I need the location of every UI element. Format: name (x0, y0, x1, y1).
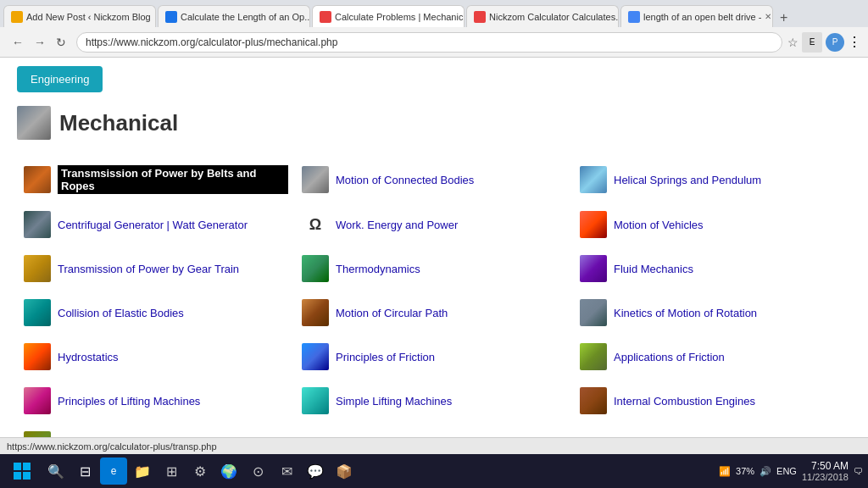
topic-item-12[interactable]: Kinetics of Motion of Rotation (573, 291, 851, 335)
tab-label-5: length of an open belt drive - (643, 12, 761, 22)
topic-label-9: Fluid Mechanics (614, 263, 693, 275)
topic-item-13[interactable]: Hydrostatics (17, 335, 295, 379)
topic-label-3: Helical Springs and Pendulum (614, 174, 761, 186)
back-button[interactable]: ← (7, 34, 29, 51)
battery-text: 37% (736, 466, 754, 476)
topic-item-9[interactable]: Fluid Mechanics (573, 247, 851, 291)
topic-thumb-14 (302, 343, 329, 370)
topic-item-16[interactable]: Principles of Lifting Machines (17, 379, 295, 423)
topic-item-6[interactable]: Motion of Vehicles (573, 202, 851, 247)
profile-avatar[interactable]: P (826, 33, 844, 52)
chat-icon[interactable]: 💬 (302, 458, 329, 485)
topic-item-2[interactable]: Motion of Connected Bodies (295, 157, 573, 202)
status-url-bar: https://www.nickzom.org/calculator-plus/… (0, 437, 868, 454)
refresh-button[interactable]: ↻ (51, 34, 71, 51)
topic-thumb-13 (24, 343, 51, 370)
topic-thumb-7 (24, 255, 51, 282)
settings-taskbar-icon[interactable]: ⚙ (186, 458, 214, 485)
edge-icon[interactable]: e (100, 458, 127, 485)
new-tab-button[interactable]: + (775, 10, 793, 25)
topic-thumb-6 (580, 211, 607, 238)
topic-item-19[interactable]: Vehicle Dynamics (17, 423, 295, 437)
extension-icon[interactable]: E (802, 32, 822, 53)
topic-thumb-1 (24, 166, 51, 193)
topic-thumb-18 (580, 387, 607, 414)
topic-label-14: Principles of Friction (336, 351, 435, 363)
tab-bar: Add New Post ‹ Nickzom Blog ✕ Calculate … (0, 0, 868, 27)
topic-label-12: Kinetics of Motion of Rotation (614, 307, 757, 319)
circle-icon[interactable]: ⊙ (244, 458, 271, 485)
tab-close-1[interactable]: ✕ (154, 12, 156, 21)
tab-close-5[interactable]: ✕ (765, 12, 771, 21)
nav-bar: ← → ↻ ☆ E P ⋮ (0, 27, 868, 58)
page-header: Mechanical (17, 106, 851, 140)
page-content: Engineering Mechanical Transmsission of … (0, 58, 868, 437)
taskbar: 🔍 ⊟ e 📁 ⊞ ⚙ 🌍 ⊙ ✉ 💬 📦 📶 37% 🔊 ENG 7:50 A… (0, 454, 868, 488)
topic-item-14[interactable]: Principles of Friction (295, 335, 573, 379)
page-inner: Engineering Mechanical Transmsission of … (0, 58, 868, 437)
topic-label-15: Applications of Friction (614, 351, 725, 363)
page-icon (17, 106, 51, 140)
topic-thumb-3 (580, 166, 607, 193)
browser-chrome: Add New Post ‹ Nickzom Blog ✕ Calculate … (0, 0, 868, 58)
nav-right: ☆ E P ⋮ (787, 32, 861, 53)
svg-rect-1 (23, 463, 31, 470)
topic-item-5[interactable]: Ω Work. Energy and Power (295, 202, 573, 247)
topic-thumb-4 (24, 211, 51, 238)
mail-icon[interactable]: ✉ (273, 458, 300, 485)
grid-icon[interactable]: ⊞ (158, 458, 185, 485)
clock: 7:50 AM 11/23/2018 (802, 460, 849, 482)
tab-label-4: Nickzom Calculator Calculates... (489, 12, 619, 22)
store-icon[interactable]: 📦 (331, 458, 358, 485)
taskview-icon[interactable]: ⊟ (71, 458, 98, 485)
svg-rect-3 (23, 472, 31, 480)
star-icon[interactable]: ☆ (787, 36, 798, 49)
file-icon[interactable]: 📁 (129, 458, 156, 485)
topic-item-10[interactable]: Collision of Elastic Bodies (17, 291, 295, 335)
taskbar-icons: 🔍 ⊟ e 📁 ⊞ ⚙ 🌍 ⊙ ✉ 💬 📦 (42, 458, 358, 485)
topic-item-18[interactable]: Internal Combustion Engines (573, 379, 851, 423)
menu-icon[interactable]: ⋮ (848, 34, 861, 50)
topic-item-7[interactable]: Transmission of Power by Gear Train (17, 247, 295, 291)
topic-thumb-16 (24, 387, 51, 414)
engineering-btn[interactable]: Engineering (17, 66, 103, 92)
topic-thumb-17 (302, 387, 329, 414)
topic-item-17[interactable]: Simple Lifting Machines (295, 379, 573, 423)
topic-label-13: Hydrostatics (58, 351, 119, 363)
start-button[interactable] (5, 458, 39, 485)
forward-button[interactable]: → (29, 34, 51, 51)
notification-icon[interactable]: 🗨 (854, 466, 863, 476)
topic-item-11[interactable]: Motion of Circular Path (295, 291, 573, 335)
topic-item-15[interactable]: Applications of Friction (573, 335, 851, 379)
page-title: Mechanical (59, 110, 178, 136)
topics-grid: Transmsission of Power by Belts and Rope… (17, 157, 851, 437)
tab-4[interactable]: Nickzom Calculator Calculates... ✕ (466, 5, 619, 27)
topic-label-16: Principles of Lifting Machines (58, 395, 200, 408)
tab-2[interactable]: Calculate the Length of an Op... ✕ (158, 5, 310, 27)
topic-item-3[interactable]: Helical Springs and Pendulum (573, 157, 851, 202)
topic-label-7: Transmission of Power by Gear Train (58, 263, 239, 275)
tab-5[interactable]: length of an open belt drive - ✕ (620, 5, 773, 27)
topic-label-4: Centrifugal Generator | Watt Generator (58, 219, 248, 231)
topic-label-10: Collision of Elastic Bodies (58, 307, 184, 319)
tab-label-2: Calculate the Length of an Op... (181, 12, 310, 22)
topic-item-1[interactable]: Transmsission of Power by Belts and Rope… (17, 157, 295, 202)
topic-label-11: Motion of Circular Path (336, 307, 448, 319)
lang-text: ENG (776, 466, 797, 476)
address-input[interactable] (76, 32, 782, 53)
tab-label-3: Calculate Problems | Mechanic... (335, 12, 465, 22)
topic-thumb-2 (302, 166, 329, 193)
topic-item-8[interactable]: Thermodynamics (295, 247, 573, 291)
tab-1[interactable]: Add New Post ‹ Nickzom Blog ✕ (3, 5, 156, 27)
topic-label-5: Work. Energy and Power (336, 219, 458, 231)
topic-label-1: Transmsission of Power by Belts and Rope… (58, 165, 288, 194)
topic-thumb-8 (302, 255, 329, 282)
topic-label-17: Simple Lifting Machines (336, 395, 452, 408)
topic-label-18: Internal Combustion Engines (614, 395, 755, 408)
globe-icon[interactable]: 🌍 (215, 458, 242, 485)
topic-item-4[interactable]: Centrifugal Generator | Watt Generator (17, 202, 295, 247)
topic-thumb-12 (580, 299, 607, 326)
tab-3[interactable]: Calculate Problems | Mechanic... ✕ (312, 5, 465, 27)
search-taskbar-icon[interactable]: 🔍 (42, 458, 70, 485)
tab-favicon-5 (628, 11, 640, 23)
